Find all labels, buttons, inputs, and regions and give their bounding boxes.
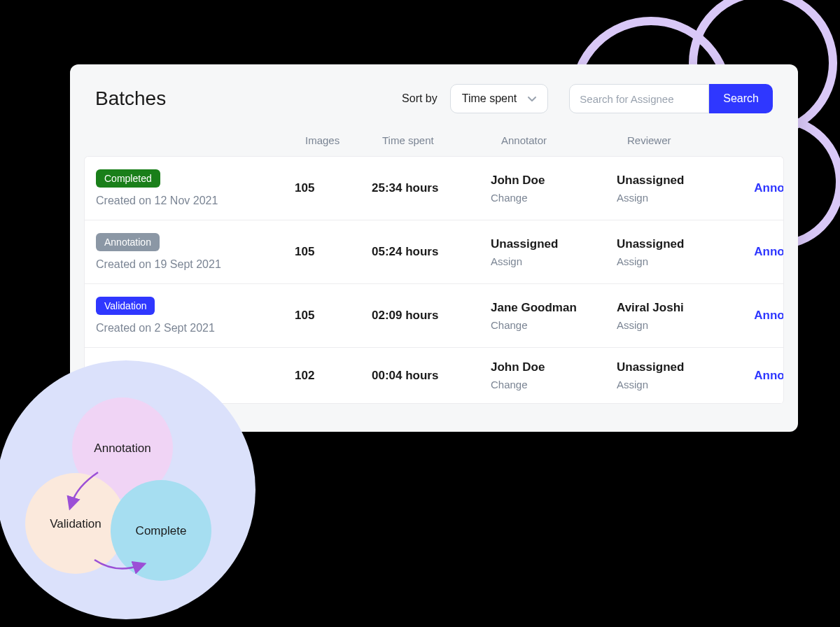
cell-annotator: Jane Goodman Change — [491, 301, 617, 331]
search-group: Search — [569, 84, 773, 113]
annotate-link[interactable]: Annotate — [736, 369, 784, 383]
cell-images: 102 — [295, 369, 372, 383]
cell-reviewer: Unassigned Assign — [617, 174, 736, 204]
cell-annotator: John Doe Change — [491, 174, 617, 204]
reviewer-action[interactable]: Assign — [617, 319, 736, 331]
search-button[interactable]: Search — [709, 84, 773, 113]
annotator-action[interactable]: Assign — [491, 255, 617, 267]
th-reviewer: Reviewer — [627, 134, 746, 146]
created-date: Created on 12 Nov 2021 — [96, 195, 218, 206]
cell-time: 25:34 hours — [372, 181, 491, 195]
cell-images: 105 — [295, 309, 372, 323]
cell-time: 05:24 hours — [372, 245, 491, 259]
reviewer-name: Aviral Joshi — [617, 301, 736, 315]
cell-time: 02:09 hours — [372, 309, 491, 323]
status-badge: Completed — [96, 169, 160, 188]
table-header: Status Images Time spent Annotator Revie… — [70, 134, 798, 156]
annotator-name: John Doe — [491, 174, 617, 188]
reviewer-action[interactable]: Assign — [617, 255, 736, 267]
created-date: Created on 2 Sept 2021 — [96, 322, 215, 334]
annotate-link[interactable]: Annotate — [736, 181, 784, 195]
annotator-action[interactable]: Change — [491, 319, 617, 331]
th-annotator: Annotator — [501, 134, 627, 146]
diagram-validation-label: Validation — [50, 517, 101, 530]
reviewer-name: Unassigned — [617, 360, 736, 374]
cell-reviewer: Unassigned Assign — [617, 360, 736, 390]
diagram-annotation-label: Annotation — [94, 442, 150, 455]
table-row: Completed Created on 12 Nov 2021 105 25:… — [85, 157, 783, 220]
th-images: Images — [305, 134, 382, 146]
annotator-action[interactable]: Change — [491, 379, 617, 390]
cell-status: Completed Created on 12 Nov 2021 — [96, 169, 295, 207]
status-badge: Annotation — [96, 233, 160, 251]
diagram-complete-label: Complete — [136, 524, 187, 537]
table-row: Validation Created on 2 Sept 2021 105 02… — [85, 284, 783, 348]
status-badge: Validation — [96, 297, 155, 315]
table-row: Annotation Created on 19 Sept 2021 105 0… — [85, 220, 783, 284]
reviewer-action[interactable]: Assign — [617, 192, 736, 204]
search-input[interactable] — [569, 84, 709, 113]
cell-status: Validation Created on 2 Sept 2021 — [96, 297, 295, 334]
annotator-name: John Doe — [491, 360, 617, 374]
th-time: Time spent — [382, 134, 501, 146]
cell-reviewer: Unassigned Assign — [617, 237, 736, 267]
annotate-link[interactable]: Annotate — [736, 309, 784, 323]
cell-status: Annotation Created on 19 Sept 2021 — [96, 233, 295, 271]
sort-selected-value: Time spent — [462, 92, 517, 105]
annotator-action[interactable]: Change — [491, 192, 617, 204]
cell-annotator: John Doe Change — [491, 360, 617, 390]
workflow-diagram: Annotation Validation Complete — [0, 357, 259, 623]
created-date: Created on 19 Sept 2021 — [96, 258, 221, 270]
card-header: Batches Sort by Time spent Search — [70, 84, 798, 134]
th-action — [746, 134, 816, 146]
cell-reviewer: Aviral Joshi Assign — [617, 301, 736, 331]
cell-time: 00:04 hours — [372, 369, 491, 383]
reviewer-action[interactable]: Assign — [617, 379, 736, 390]
cell-images: 105 — [295, 245, 372, 259]
reviewer-name: Unassigned — [617, 237, 736, 251]
page-title: Batches — [95, 87, 402, 110]
reviewer-name: Unassigned — [617, 174, 736, 188]
annotator-name: Unassigned — [491, 237, 617, 251]
sort-by-label: Sort by — [402, 92, 438, 105]
chevron-down-icon — [526, 93, 538, 104]
annotator-name: Jane Goodman — [491, 301, 617, 315]
cell-annotator: Unassigned Assign — [491, 237, 617, 267]
annotate-link[interactable]: Annotate — [736, 245, 784, 259]
sort-select[interactable]: Time spent — [450, 84, 549, 113]
cell-images: 105 — [295, 181, 372, 195]
